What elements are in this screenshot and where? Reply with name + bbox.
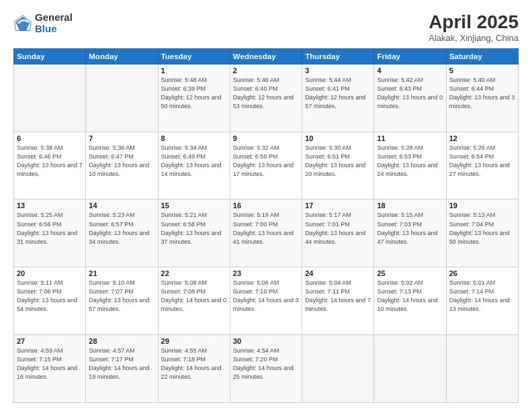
day-number: 4 — [377, 66, 443, 75]
day-info: Sunrise: 5:02 AM Sunset: 7:13 PM Dayligh… — [377, 279, 443, 314]
day-info: Sunrise: 5:19 AM Sunset: 7:00 PM Dayligh… — [233, 211, 299, 246]
calendar-week-row: 27Sunrise: 4:59 AM Sunset: 7:15 PM Dayli… — [14, 335, 519, 403]
day-info: Sunrise: 5:28 AM Sunset: 6:53 PM Dayligh… — [377, 144, 443, 179]
table-row: 21Sunrise: 5:10 AM Sunset: 7:07 PM Dayli… — [86, 267, 158, 335]
logo-icon — [13, 14, 32, 33]
table-row: 28Sunrise: 4:57 AM Sunset: 7:17 PM Dayli… — [86, 335, 158, 403]
day-number: 1 — [161, 66, 227, 75]
day-info: Sunrise: 5:36 AM Sunset: 6:47 PM Dayligh… — [89, 144, 154, 179]
table-row: 10Sunrise: 5:30 AM Sunset: 6:51 PM Dayli… — [302, 132, 374, 199]
main-title: April 2025 — [429, 12, 519, 33]
day-number: 12 — [449, 134, 515, 142]
day-number: 30 — [233, 337, 299, 345]
table-row: 2Sunrise: 5:46 AM Sunset: 6:40 PM Daylig… — [230, 64, 302, 132]
table-row: 19Sunrise: 5:13 AM Sunset: 7:04 PM Dayli… — [446, 199, 518, 267]
calendar-table: Sunday Monday Tuesday Wednesday Thursday… — [13, 48, 519, 403]
page: General Blue April 2025 Alakak, Xinjiang… — [0, 0, 532, 411]
logo: General Blue — [13, 12, 73, 34]
day-number: 2 — [233, 66, 299, 75]
day-number: 27 — [17, 337, 83, 345]
table-row: 26Sunrise: 5:01 AM Sunset: 7:14 PM Dayli… — [446, 267, 518, 335]
col-tuesday: Tuesday — [158, 48, 230, 64]
day-number: 14 — [89, 201, 154, 210]
day-number: 8 — [161, 134, 227, 142]
table-row: 30Sunrise: 4:54 AM Sunset: 7:20 PM Dayli… — [230, 335, 302, 403]
day-info: Sunrise: 4:57 AM Sunset: 7:17 PM Dayligh… — [89, 347, 154, 381]
col-thursday: Thursday — [302, 48, 374, 64]
day-info: Sunrise: 5:42 AM Sunset: 6:43 PM Dayligh… — [377, 76, 443, 111]
day-info: Sunrise: 4:59 AM Sunset: 7:15 PM Dayligh… — [17, 347, 83, 381]
day-info: Sunrise: 5:06 AM Sunset: 7:10 PM Dayligh… — [233, 279, 299, 314]
calendar-week-row: 1Sunrise: 5:48 AM Sunset: 6:39 PM Daylig… — [14, 64, 519, 132]
table-row — [446, 335, 518, 403]
col-wednesday: Wednesday — [230, 48, 302, 64]
day-info: Sunrise: 4:55 AM Sunset: 7:18 PM Dayligh… — [161, 347, 227, 381]
day-info: Sunrise: 5:23 AM Sunset: 6:57 PM Dayligh… — [89, 211, 154, 246]
day-number: 17 — [305, 201, 371, 210]
table-row — [302, 335, 374, 403]
day-info: Sunrise: 5:01 AM Sunset: 7:14 PM Dayligh… — [449, 279, 515, 314]
day-number: 28 — [89, 337, 154, 345]
table-row: 22Sunrise: 5:08 AM Sunset: 7:08 PM Dayli… — [158, 267, 230, 335]
day-info: Sunrise: 5:30 AM Sunset: 6:51 PM Dayligh… — [305, 144, 371, 179]
day-info: Sunrise: 5:46 AM Sunset: 6:40 PM Dayligh… — [233, 76, 299, 111]
day-number: 3 — [305, 66, 371, 75]
day-info: Sunrise: 5:08 AM Sunset: 7:08 PM Dayligh… — [161, 279, 227, 314]
table-row: 3Sunrise: 5:44 AM Sunset: 6:41 PM Daylig… — [302, 64, 374, 132]
title-block: April 2025 Alakak, Xinjiang, China — [429, 12, 519, 43]
header: General Blue April 2025 Alakak, Xinjiang… — [13, 12, 519, 43]
day-number: 7 — [89, 134, 154, 142]
col-saturday: Saturday — [446, 48, 518, 64]
calendar-week-row: 13Sunrise: 5:25 AM Sunset: 6:56 PM Dayli… — [14, 199, 519, 267]
table-row: 7Sunrise: 5:36 AM Sunset: 6:47 PM Daylig… — [86, 132, 158, 199]
table-row: 5Sunrise: 5:40 AM Sunset: 6:44 PM Daylig… — [446, 64, 518, 132]
day-info: Sunrise: 5:40 AM Sunset: 6:44 PM Dayligh… — [449, 76, 515, 111]
table-row — [14, 64, 86, 132]
col-sunday: Sunday — [14, 48, 86, 64]
day-number: 11 — [377, 134, 443, 142]
table-row: 23Sunrise: 5:06 AM Sunset: 7:10 PM Dayli… — [230, 267, 302, 335]
day-info: Sunrise: 5:48 AM Sunset: 6:39 PM Dayligh… — [161, 76, 227, 111]
calendar-week-row: 20Sunrise: 5:11 AM Sunset: 7:06 PM Dayli… — [14, 267, 519, 335]
day-number: 20 — [17, 269, 83, 277]
day-number: 10 — [305, 134, 371, 142]
day-info: Sunrise: 5:15 AM Sunset: 7:03 PM Dayligh… — [377, 211, 443, 246]
table-row: 11Sunrise: 5:28 AM Sunset: 6:53 PM Dayli… — [374, 132, 446, 199]
table-row: 20Sunrise: 5:11 AM Sunset: 7:06 PM Dayli… — [14, 267, 86, 335]
day-number: 22 — [161, 269, 227, 277]
table-row: 1Sunrise: 5:48 AM Sunset: 6:39 PM Daylig… — [158, 64, 230, 132]
day-number: 29 — [161, 337, 227, 345]
table-row: 25Sunrise: 5:02 AM Sunset: 7:13 PM Dayli… — [374, 267, 446, 335]
day-number: 25 — [377, 269, 443, 277]
day-number: 18 — [377, 201, 443, 210]
table-row: 12Sunrise: 5:26 AM Sunset: 6:54 PM Dayli… — [446, 132, 518, 199]
table-row: 29Sunrise: 4:55 AM Sunset: 7:18 PM Dayli… — [158, 335, 230, 403]
table-row: 6Sunrise: 5:38 AM Sunset: 6:46 PM Daylig… — [14, 132, 86, 199]
table-row: 24Sunrise: 5:04 AM Sunset: 7:11 PM Dayli… — [302, 267, 374, 335]
table-row — [86, 64, 158, 132]
day-number: 16 — [233, 201, 299, 210]
day-info: Sunrise: 5:10 AM Sunset: 7:07 PM Dayligh… — [89, 279, 154, 314]
table-row: 18Sunrise: 5:15 AM Sunset: 7:03 PM Dayli… — [374, 199, 446, 267]
table-row: 17Sunrise: 5:17 AM Sunset: 7:01 PM Dayli… — [302, 199, 374, 267]
day-info: Sunrise: 5:04 AM Sunset: 7:11 PM Dayligh… — [305, 279, 371, 314]
table-row — [374, 335, 446, 403]
logo-blue-text: Blue — [35, 24, 73, 35]
day-info: Sunrise: 5:11 AM Sunset: 7:06 PM Dayligh… — [17, 279, 83, 314]
logo-text: General Blue — [35, 12, 73, 34]
day-info: Sunrise: 5:17 AM Sunset: 7:01 PM Dayligh… — [305, 211, 371, 246]
calendar-header-row: Sunday Monday Tuesday Wednesday Thursday… — [14, 48, 519, 64]
day-number: 6 — [17, 134, 83, 142]
day-number: 24 — [305, 269, 371, 277]
day-info: Sunrise: 5:44 AM Sunset: 6:41 PM Dayligh… — [305, 76, 371, 111]
table-row: 16Sunrise: 5:19 AM Sunset: 7:00 PM Dayli… — [230, 199, 302, 267]
table-row: 15Sunrise: 5:21 AM Sunset: 6:58 PM Dayli… — [158, 199, 230, 267]
day-number: 9 — [233, 134, 299, 142]
sub-title: Alakak, Xinjiang, China — [429, 33, 519, 43]
day-info: Sunrise: 5:13 AM Sunset: 7:04 PM Dayligh… — [449, 211, 515, 246]
day-number: 21 — [89, 269, 154, 277]
day-info: Sunrise: 5:21 AM Sunset: 6:58 PM Dayligh… — [161, 211, 227, 246]
table-row: 13Sunrise: 5:25 AM Sunset: 6:56 PM Dayli… — [14, 199, 86, 267]
logo-general-text: General — [35, 12, 73, 24]
day-number: 13 — [17, 201, 83, 210]
